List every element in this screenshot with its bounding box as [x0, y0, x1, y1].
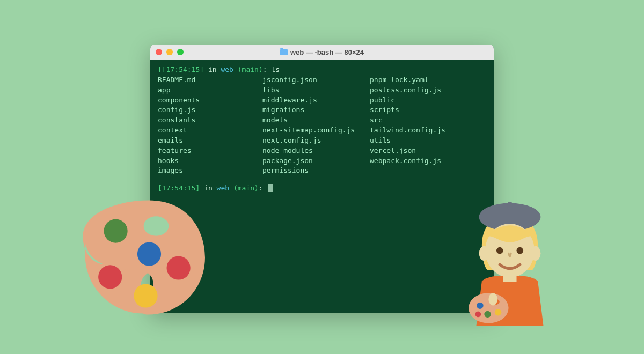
prompt-branch: main — [242, 65, 259, 73]
prompt-dir: web — [217, 184, 229, 192]
ls-item: pnpm-lock.yaml — [370, 75, 486, 85]
palette-icon — [72, 188, 212, 327]
ls-item: migrations — [262, 105, 370, 115]
ls-item: emails — [158, 136, 262, 146]
zoom-button[interactable] — [177, 49, 184, 55]
svg-point-10 — [531, 246, 541, 261]
prompt-command: ls — [271, 65, 280, 73]
ls-item: middleware.js — [262, 95, 370, 106]
prompt-time: 17:54:15 — [166, 65, 200, 73]
ls-item: postcss.config.js — [370, 85, 486, 95]
ls-item: images — [158, 166, 262, 176]
svg-point-3 — [167, 256, 191, 279]
prompt-sep: : — [263, 65, 272, 73]
ls-item: public — [370, 95, 486, 106]
ls-item: next-sitemap.config.js — [262, 126, 370, 136]
ls-item — [370, 166, 486, 176]
svg-point-12 — [517, 247, 524, 254]
traffic-lights — [156, 49, 184, 55]
svg-point-2 — [137, 242, 161, 266]
ls-item: src — [370, 115, 486, 126]
cursor — [268, 184, 273, 192]
ls-item: package.json — [262, 156, 370, 166]
window-title: web — -bash — 80×24 — [150, 48, 494, 56]
ls-item: models — [262, 115, 370, 126]
window-titlebar: web — -bash — 80×24 — [150, 45, 494, 60]
prompt-line-1: [[17:54:15] in web (main): ls — [158, 65, 486, 75]
ls-item: README.md — [158, 75, 262, 85]
ls-item: scripts — [370, 105, 486, 115]
ls-item: utils — [370, 136, 486, 146]
prompt-branch-open: ( — [233, 65, 242, 73]
svg-rect-13 — [503, 273, 516, 282]
ls-item: components — [158, 95, 262, 106]
prompt-close-time: ] — [200, 65, 204, 73]
ls-item: features — [158, 146, 262, 156]
terminal-body[interactable]: [[17:54:15] in web (main): ls README.mdj… — [150, 60, 494, 199]
folder-icon — [280, 49, 288, 55]
minimize-button[interactable] — [166, 49, 173, 55]
svg-point-19 — [475, 312, 481, 318]
window-title-text: web — -bash — 80×24 — [290, 48, 364, 56]
ls-item: libs — [262, 85, 370, 95]
ls-item: tailwind.config.js — [370, 126, 486, 136]
svg-point-0 — [144, 216, 169, 235]
ls-item: jsconfig.json — [262, 75, 370, 85]
svg-rect-7 — [508, 202, 512, 210]
ls-output: README.mdjsconfig.jsonpnpm-lock.yaml app… — [158, 75, 486, 176]
prompt-in: in — [204, 65, 221, 73]
svg-point-18 — [495, 309, 501, 315]
svg-point-1 — [104, 219, 128, 243]
svg-point-4 — [98, 265, 122, 289]
ls-item: next.config.js — [262, 136, 370, 146]
prompt-sep: : — [259, 184, 267, 192]
prompt-branch-close: ) — [254, 184, 259, 192]
ls-item: config.js — [158, 105, 262, 115]
svg-point-14 — [469, 293, 509, 323]
svg-point-16 — [477, 303, 483, 309]
artist-icon — [453, 197, 566, 326]
svg-point-20 — [488, 293, 497, 305]
prompt-open: [[ — [158, 65, 166, 73]
svg-point-5 — [134, 284, 157, 307]
ls-item: context — [158, 126, 262, 136]
ls-item: constants — [158, 115, 262, 126]
prompt-branch-close: ) — [259, 65, 263, 73]
prompt-branch: main — [238, 184, 254, 192]
svg-point-17 — [484, 311, 491, 318]
svg-point-11 — [496, 247, 503, 254]
svg-point-9 — [479, 246, 489, 261]
ls-item: webpack.config.js — [370, 156, 486, 166]
prompt-branch-open: ( — [229, 184, 238, 192]
ls-item: hooks — [158, 156, 262, 166]
ls-item: vercel.json — [370, 146, 486, 156]
ls-item: node_modules — [262, 146, 370, 156]
prompt-dir: web — [221, 65, 233, 73]
ls-item: permissions — [262, 166, 370, 176]
ls-item: app — [158, 85, 262, 95]
close-button[interactable] — [156, 49, 162, 55]
